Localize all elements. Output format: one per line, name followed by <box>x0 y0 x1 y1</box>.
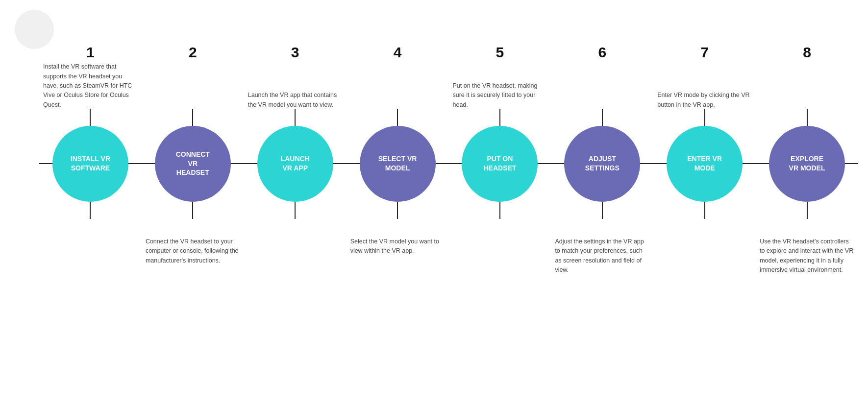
desc-text-4: Select the VR model you want to view wit… <box>350 237 445 256</box>
desc-item-5 <box>449 237 551 296</box>
step-circle-label-2: CONNECT VR HEADSET <box>172 146 214 182</box>
desc-item-7 <box>653 237 756 296</box>
step-circle-label-3: LAUNCH VR APP <box>277 150 314 177</box>
step-number-1: 1 <box>39 44 142 61</box>
desc-item-4: Select the VR model you want to view wit… <box>347 237 449 296</box>
step-item-1: INSTALL VR SOFTWARE <box>39 126 142 202</box>
step-circle-label-7: ENTER VR MODE <box>683 150 726 177</box>
step-number-label-7: 7 <box>700 44 709 60</box>
step-number-label-8: 8 <box>803 44 811 60</box>
desc-top-text-7: Enter VR mode by clicking the VR button … <box>657 91 752 110</box>
circles-flex: INSTALL VR SOFTWARECONNECT VR HEADSETLAU… <box>39 126 858 202</box>
desc-text-8: Use the VR headset's controllers to expl… <box>760 237 854 275</box>
step-circle-label-4: SELECT VR MODEL <box>374 150 421 177</box>
step-circle-label-5: PUT ON HEADSET <box>479 150 520 177</box>
step-number-8: 8 <box>756 44 858 61</box>
step-number-label-1: 1 <box>86 44 95 60</box>
desc-item-1 <box>39 237 142 296</box>
desc-item-6: Adjust the settings in the VR app to mat… <box>551 237 653 296</box>
step-circle-1: INSTALL VR SOFTWARE <box>52 126 128 202</box>
desc-top-item-1: Install the VR software that supports th… <box>39 62 142 110</box>
step-number-3: 3 <box>244 44 347 61</box>
step-item-5: PUT ON HEADSET <box>449 126 551 202</box>
step-circle-5: PUT ON HEADSET <box>462 126 538 202</box>
step-number-label-5: 5 <box>496 44 504 60</box>
desc-text-6: Adjust the settings in the VR app to mat… <box>555 237 649 275</box>
step-circle-label-6: ADJUST SETTINGS <box>581 150 623 177</box>
desc-top-text-5: Put on the VR headset, making sure it is… <box>453 81 547 110</box>
timeline-layout: 12345678 Install the VR software that su… <box>39 44 858 296</box>
numbers-bar: 12345678 <box>39 44 858 61</box>
step-number-label-3: 3 <box>291 44 299 60</box>
step-item-2: CONNECT VR HEADSET <box>142 126 244 202</box>
step-circle-2: CONNECT VR HEADSET <box>155 126 231 202</box>
step-item-4: SELECT VR MODEL <box>347 126 449 202</box>
desc-item-3 <box>244 237 347 296</box>
step-circle-label-8: EXPLORE VR MODEL <box>785 150 829 177</box>
desc-top-item-3: Launch the VR app that contains the VR m… <box>244 91 347 110</box>
desc-item-8: Use the VR headset's controllers to expl… <box>756 237 858 296</box>
desc-top-text-1: Install the VR software that supports th… <box>43 62 138 110</box>
step-number-4: 4 <box>347 44 449 61</box>
desc-item-2: Connect the VR headset to your computer … <box>142 237 244 296</box>
step-item-8: EXPLORE VR MODEL <box>756 126 858 202</box>
circles-section: INSTALL VR SOFTWARECONNECT VR HEADSETLAU… <box>39 110 858 217</box>
step-circle-6: ADJUST SETTINGS <box>564 126 640 202</box>
step-item-7: ENTER VR MODE <box>653 126 756 202</box>
desc-top-text-3: Launch the VR app that contains the VR m… <box>248 91 343 110</box>
step-number-5: 5 <box>449 44 551 61</box>
desc-text-2: Connect the VR headset to your computer … <box>146 237 240 265</box>
step-circle-label-1: INSTALL VR SOFTWARE <box>67 150 114 177</box>
step-circle-7: ENTER VR MODE <box>667 126 743 202</box>
step-number-label-6: 6 <box>598 44 606 60</box>
step-number-6: 6 <box>551 44 653 61</box>
step-circle-4: SELECT VR MODEL <box>360 126 436 202</box>
step-circle-8: EXPLORE VR MODEL <box>769 126 845 202</box>
step-number-2: 2 <box>142 44 244 61</box>
step-number-label-4: 4 <box>394 44 402 60</box>
step-item-6: ADJUST SETTINGS <box>551 126 653 202</box>
descriptions-top-row: Install the VR software that supports th… <box>39 61 858 110</box>
step-number-7: 7 <box>653 44 756 61</box>
step-number-label-2: 2 <box>189 44 197 60</box>
logo-circle <box>15 10 54 49</box>
step-item-3: LAUNCH VR APP <box>244 126 347 202</box>
desc-top-item-5: Put on the VR headset, making sure it is… <box>449 81 551 110</box>
step-circle-3: LAUNCH VR APP <box>257 126 333 202</box>
descriptions-row: Connect the VR headset to your computer … <box>39 237 858 296</box>
desc-top-item-7: Enter VR mode by clicking the VR button … <box>653 91 756 110</box>
